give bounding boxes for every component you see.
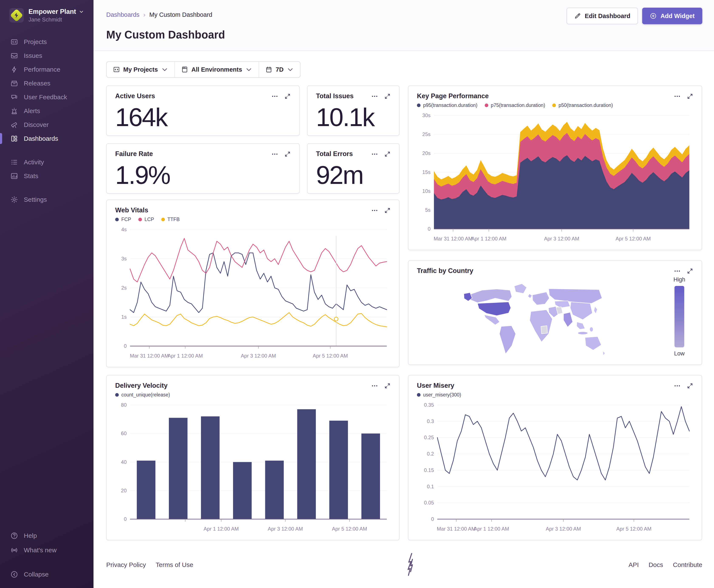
svg-text:0.35: 0.35 [424, 402, 434, 408]
expand-icon[interactable] [687, 93, 693, 100]
breadcrumb-dashboards-link[interactable]: Dashboards [106, 11, 139, 18]
widget-menu-button[interactable] [371, 93, 378, 100]
map-region-central-asia [555, 301, 570, 308]
footer-link-docs[interactable]: Docs [649, 561, 663, 568]
expand-icon[interactable] [687, 383, 693, 389]
svg-text:0.2: 0.2 [427, 451, 434, 457]
app-window: Empower Plant Jane Schmidt Projects Issu… [0, 0, 714, 588]
date-range-filter[interactable]: 7D [259, 62, 300, 77]
svg-text:25s: 25s [422, 131, 431, 137]
sidebar-item-issues[interactable]: Issues [0, 49, 93, 63]
svg-text:3s: 3s [121, 256, 127, 261]
sidebar-item-dashboards[interactable]: Dashboards [0, 131, 93, 145]
sidebar-item-stats[interactable]: Stats [0, 169, 93, 183]
org-logo [9, 8, 24, 23]
sidebar-item-what-s-new[interactable]: What's new [0, 543, 93, 558]
map-region-japan [594, 306, 597, 314]
calendar-icon [265, 66, 272, 73]
svg-text:60: 60 [121, 430, 127, 436]
legend-item: TTFB [161, 217, 180, 222]
widget-menu-button[interactable] [674, 268, 680, 274]
widget-title: Web Vitals [115, 206, 148, 214]
sidebar-item-help[interactable]: Help [0, 528, 93, 543]
svg-text:Apr 5 12:00 AM: Apr 5 12:00 AM [332, 526, 367, 532]
chart-legend: user_misery(300) [417, 392, 693, 398]
org-switcher[interactable]: Empower Plant Jane Schmidt [0, 0, 93, 23]
map-region-europe [532, 292, 549, 305]
releases-icon [10, 79, 18, 87]
widget-menu-button[interactable] [674, 383, 680, 389]
settings-icon [10, 195, 18, 204]
sidebar-item-projects[interactable]: Projects [0, 35, 93, 49]
svg-text:Apr 3 12:00 AM: Apr 3 12:00 AM [546, 526, 581, 532]
svg-text:80: 80 [121, 402, 127, 408]
svg-text:0.3: 0.3 [427, 418, 434, 424]
widget-title: Key Page Performance [417, 92, 489, 100]
user-misery-chart[interactable]: 00.050.10.150.20.250.30.35Mar 31 12:00 A… [417, 402, 693, 534]
legend-item: p75(transaction.duration) [485, 103, 545, 108]
environment-filter[interactable]: All Environments [174, 62, 259, 77]
page-header: Dashboards › My Custom Dashboard My Cust… [93, 0, 714, 51]
map-region-indonesia [578, 332, 588, 335]
svg-text:0.25: 0.25 [424, 435, 434, 440]
sidebar-item-collapse[interactable]: Collapse [0, 567, 93, 582]
footer-link-privacy-policy[interactable]: Privacy Policy [106, 561, 146, 568]
add-widget-button[interactable]: Add Widget [642, 8, 702, 24]
whats-new-icon [10, 546, 18, 554]
expand-icon[interactable] [384, 93, 391, 100]
footer-link-contribute[interactable]: Contribute [673, 561, 702, 568]
expand-icon[interactable] [284, 151, 291, 157]
projects-icon [113, 66, 120, 73]
expand-icon[interactable] [687, 268, 693, 274]
svg-text:Apr 5 12:00 AM: Apr 5 12:00 AM [313, 353, 348, 359]
page-footer: Privacy PolicyTerms of Use APIDocsContri… [106, 553, 702, 588]
sidebar-item-discover[interactable]: Discover [0, 118, 93, 131]
widget-title: User Misery [417, 382, 454, 390]
legend-item: LCP [138, 217, 154, 222]
widget-menu-button[interactable] [371, 207, 378, 214]
sidebar-item-alerts[interactable]: Alerts [0, 104, 93, 118]
sidebar-item-performance[interactable]: Performance [0, 63, 93, 76]
widget-menu-button[interactable] [371, 151, 378, 157]
legend-high-label: High [673, 276, 685, 283]
map-region-mexico [484, 315, 500, 325]
map-region-australia [585, 337, 601, 350]
project-filter[interactable]: My Projects [107, 62, 174, 77]
footer-link-api[interactable]: API [629, 561, 639, 568]
expand-icon[interactable] [384, 383, 391, 389]
widget-active-users: Active Users 164k [106, 85, 300, 136]
sidebar-item-releases[interactable]: Releases [0, 76, 93, 90]
footer-link-terms-of-use[interactable]: Terms of Use [156, 561, 193, 568]
expand-icon[interactable] [284, 93, 291, 100]
page-title: My Custom Dashboard [106, 28, 225, 41]
key-page-performance-chart[interactable]: 05s10s15s20s25s30sMar 31 12:00 AMApr 1 1… [417, 112, 693, 244]
widget-title: Delivery Velocity [115, 382, 168, 390]
widget-menu-button[interactable] [674, 93, 680, 100]
web-vitals-chart[interactable]: 01s2s3s4sMar 31 12:00 AMApr 1 12:00 AMAp… [115, 226, 391, 361]
widget-menu-button[interactable] [272, 151, 278, 157]
edit-dashboard-button[interactable]: Edit Dashboard [566, 8, 638, 24]
sidebar-item-activity[interactable]: Activity [0, 155, 93, 169]
expand-icon[interactable] [384, 151, 391, 157]
svg-text:20s: 20s [422, 150, 431, 156]
svg-text:Apr 1 12:00 AM: Apr 1 12:00 AM [474, 526, 509, 532]
world-map[interactable] [417, 276, 666, 359]
widget-traffic-by-country: Traffic by Country [408, 260, 702, 365]
chevron-down-icon [287, 66, 294, 73]
sidebar-nav: Projects Issues Performance Releases Use… [0, 35, 93, 206]
legend-item: p95(transaction.duration) [417, 103, 477, 108]
chevron-down-icon [161, 66, 168, 73]
dashboards-icon [10, 134, 18, 143]
expand-icon[interactable] [384, 207, 391, 214]
widget-menu-button[interactable] [272, 93, 278, 100]
svg-text:0: 0 [124, 343, 127, 349]
sidebar-bottom-nav: Help What's new Collapse [0, 528, 93, 582]
sidebar-item-settings[interactable]: Settings [0, 193, 93, 206]
svg-text:5s: 5s [425, 207, 431, 213]
chart-legend: p95(transaction.duration)p75(transaction… [417, 103, 693, 108]
big-number-value: 10.1k [316, 104, 391, 130]
sidebar-item-user-feedback[interactable]: User Feedback [0, 90, 93, 104]
widget-menu-button[interactable] [371, 383, 378, 389]
delivery-velocity-chart[interactable]: 020406080Apr 1 12:00 AMApr 3 12:00 AMApr… [115, 402, 391, 534]
map-region-south-america [499, 326, 516, 354]
